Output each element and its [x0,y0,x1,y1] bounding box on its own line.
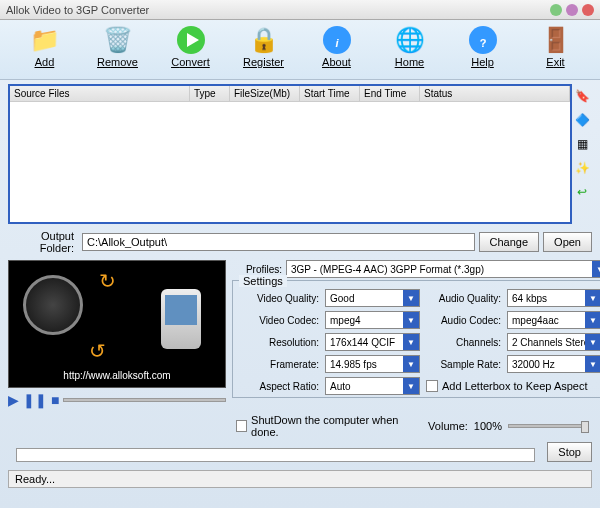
video-quality-combo[interactable]: Good▼ [325,289,420,307]
register-button[interactable]: 🔒 Register [234,24,294,75]
chevron-down-icon: ▼ [403,334,419,350]
side-icon-2[interactable]: 🔷 [574,112,590,128]
file-list[interactable]: Source Files Type FileSize(Mb) Start Tim… [8,84,572,224]
minimize-button[interactable] [550,4,562,16]
help-icon: ? [467,24,499,56]
col-start[interactable]: Start Time [300,86,360,101]
exit-button[interactable]: 🚪 Exit [526,24,586,75]
profiles-label: Profiles: [232,264,282,275]
chevron-down-icon: ▼ [585,312,600,328]
chevron-down-icon: ▼ [585,290,600,306]
seek-slider[interactable] [63,398,226,402]
output-label: Output Folder: [8,230,78,254]
chevron-down-icon: ▼ [585,356,600,372]
col-end[interactable]: End Time [360,86,420,101]
audio-codec-combo[interactable]: mpeg4aac▼ [507,311,600,329]
add-button[interactable]: 📁 Add [15,24,75,75]
framerate-combo[interactable]: 14.985 fps▼ [325,355,420,373]
resolution-combo[interactable]: 176x144 QCIF▼ [325,333,420,351]
side-toolbar: 🔖 🔷 ▦ ✨ ↩ [574,84,592,224]
status-bar: Ready... [8,470,592,488]
progress-bar [16,448,535,462]
chevron-down-icon: ▼ [585,334,600,350]
resolution-label: Resolution: [239,337,319,348]
sample-rate-label: Sample Rate: [426,359,501,370]
framerate-label: Framerate: [239,359,319,370]
channels-combo[interactable]: 2 Channels Stereo▼ [507,333,600,351]
convert-button[interactable]: Convert [161,24,221,75]
side-icon-1[interactable]: 🔖 [574,88,590,104]
arrow-icon: ↻ [99,269,116,293]
open-button[interactable]: Open [543,232,592,252]
stop-conversion-button[interactable]: Stop [547,442,592,462]
preview-area: ↻ ↺ http://www.alloksoft.com [8,260,226,388]
home-button[interactable]: 🌐 Home [380,24,440,75]
phone-icon [161,289,201,349]
output-folder-input[interactable]: C:\Allok_Output\ [82,233,475,251]
channels-label: Channels: [426,337,501,348]
side-icon-4[interactable]: ✨ [574,160,590,176]
audio-quality-combo[interactable]: 64 kbps▼ [507,289,600,307]
website-link: http://www.alloksoft.com [9,370,225,381]
aspect-label: Aspect Ratio: [239,381,319,392]
change-button[interactable]: Change [479,232,540,252]
help-button[interactable]: ? Help [453,24,513,75]
aspect-combo[interactable]: Auto▼ [325,377,420,395]
chevron-down-icon: ▼ [592,261,600,277]
play-icon [175,24,207,56]
side-icon-grid[interactable]: ▦ [574,136,590,152]
shutdown-label: ShutDown the computer when done. [251,414,412,438]
profiles-combo[interactable]: 3GP - (MPEG-4 AAC) 3GPP Format (*.3gp) ▼ [286,260,600,278]
arrow-icon: ↺ [89,339,106,363]
trash-icon: 🗑️ [102,24,134,56]
chevron-down-icon: ▼ [403,290,419,306]
sample-rate-combo[interactable]: 32000 Hz▼ [507,355,600,373]
window-controls [550,4,594,16]
close-button[interactable] [582,4,594,16]
settings-fieldset: Settings Video Quality: Good▼ Audio Qual… [232,280,600,398]
volume-label: Volume: [428,420,468,432]
settings-legend: Settings [239,275,287,287]
audio-codec-label: Audio Codec: [426,315,501,326]
list-header: Source Files Type FileSize(Mb) Start Tim… [10,86,570,102]
folder-add-icon: 📁 [29,24,61,56]
chevron-down-icon: ▼ [403,378,419,394]
exit-icon: 🚪 [540,24,572,56]
col-type[interactable]: Type [190,86,230,101]
play-button[interactable]: ▶ [8,392,19,408]
maximize-button[interactable] [566,4,578,16]
video-quality-label: Video Quality: [239,293,319,304]
col-filesize[interactable]: FileSize(Mb) [230,86,300,101]
video-codec-label: Video Codec: [239,315,319,326]
volume-slider[interactable] [508,424,588,428]
svg-text:?: ? [479,37,486,49]
audio-quality-label: Audio Quality: [426,293,501,304]
lock-icon: 🔒 [248,24,280,56]
toolbar: 📁 Add 🗑️ Remove Convert 🔒 Register i Abo… [0,20,600,80]
stop-button[interactable]: ■ [51,392,59,408]
side-icon-5[interactable]: ↩ [574,184,590,200]
col-status[interactable]: Status [420,86,570,101]
globe-icon: 🌐 [394,24,426,56]
about-button[interactable]: i About [307,24,367,75]
letterbox-label: Add Letterbox to Keep Aspect [442,380,588,392]
transport-controls: ▶ ❚❚ ■ [8,392,226,408]
window-title: Allok Video to 3GP Converter [6,4,149,16]
volume-value: 100% [474,420,502,432]
remove-button[interactable]: 🗑️ Remove [88,24,148,75]
col-source[interactable]: Source Files [10,86,190,101]
shutdown-checkbox[interactable] [236,420,247,432]
info-icon: i [321,24,353,56]
pause-button[interactable]: ❚❚ [23,392,47,408]
letterbox-checkbox[interactable] [426,380,438,392]
chevron-down-icon: ▼ [403,356,419,372]
video-codec-combo[interactable]: mpeg4▼ [325,311,420,329]
film-reel-icon [23,275,83,335]
titlebar: Allok Video to 3GP Converter [0,0,600,20]
chevron-down-icon: ▼ [403,312,419,328]
